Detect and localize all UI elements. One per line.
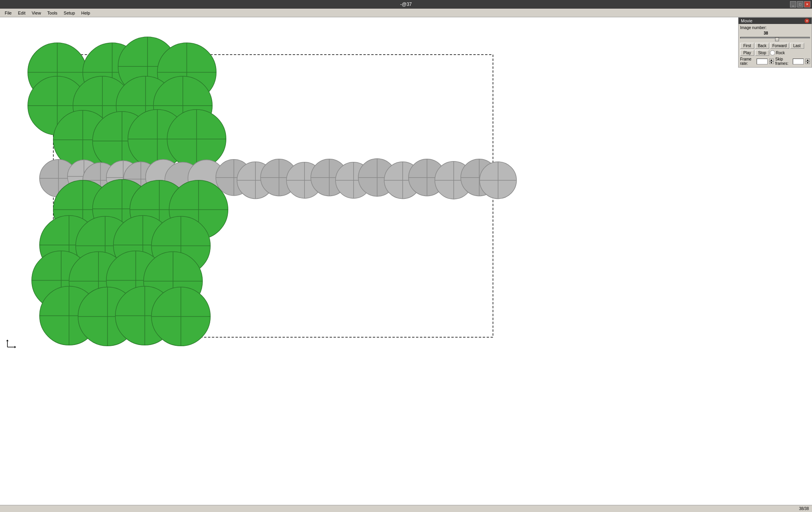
menu-tools[interactable]: Tools [44,10,60,16]
title: -@37 [400,2,412,7]
last-button[interactable]: Last [790,43,804,49]
green-circle [28,37,226,171]
menu-view[interactable]: View [29,10,44,16]
menubar: File Edit View Tools Setup Help [0,9,812,17]
minimize-button[interactable]: _ [790,1,796,7]
frame-slider[interactable] [740,37,810,42]
close-button[interactable]: ✕ [804,1,810,7]
titlebar: -@37 _ □ ✕ [0,0,812,9]
image-number-value-row: 38 [740,31,810,35]
simulation-canvas [0,17,812,512]
movie-panel-body: Image number: 38 First Back Forward Last… [739,24,812,67]
menu-help[interactable]: Help [78,10,93,16]
frame-rate-input[interactable]: 7.5 [757,59,768,64]
svg-marker-141 [15,346,16,348]
stop-button[interactable]: Stop [755,50,769,56]
movie-panel-titlebar: Movie ✕ [739,18,812,24]
menu-edit[interactable]: Edit [15,10,29,16]
statusbar-right: 38/38 [799,506,809,511]
green-circles-bottom [32,180,228,346]
main-area: 38/38 Movie ✕ Image number: 38 First [0,17,812,512]
frame-rate-row: Frame rate: 7.5 ▲ ▼ Skip frames: 0 ▲ ▼ [740,57,810,66]
rock-radio[interactable] [770,50,775,55]
rock-radio-label[interactable]: Rock [770,50,785,55]
frame-rate-up[interactable]: ▲ [769,59,774,61]
image-number-row: Image number: [740,26,810,30]
image-number-label: Image number: [740,26,766,30]
forward-button[interactable]: Forward [770,43,789,49]
movie-panel: Movie ✕ Image number: 38 First Back Forw… [738,17,812,68]
axes-icon [6,339,16,348]
nav-buttons-row: First Back Forward Last [740,43,810,49]
rock-label: Rock [776,51,785,55]
play-stop-row: Play Stop Rock [740,50,810,56]
statusbar: 38/38 [0,505,812,512]
skip-frames-label: Skip frames: [775,57,791,66]
svg-marker-142 [6,339,9,341]
canvas-area: 38/38 [0,17,812,512]
skip-frames-down[interactable]: ▼ [805,61,810,64]
menu-setup[interactable]: Setup [60,10,78,16]
skip-frames-up[interactable]: ▲ [805,59,810,61]
image-number-value: 38 [740,31,768,35]
back-button[interactable]: Back [755,43,769,49]
frame-rate-spinner: ▲ ▼ [769,59,774,64]
frame-rate-label: Frame rate: [740,57,755,66]
movie-panel-close-button[interactable]: ✕ [805,18,809,23]
skip-frames-input[interactable]: 0 [793,59,804,64]
play-button[interactable]: Play [740,50,754,56]
maximize-button[interactable]: □ [797,1,803,7]
movie-panel-title-text: Movie [741,18,752,23]
frame-rate-down[interactable]: ▼ [769,61,774,64]
first-button[interactable]: First [740,43,754,49]
skip-frames-spinner: ▲ ▼ [805,59,810,64]
menu-file[interactable]: File [2,10,15,16]
window-controls: _ □ ✕ [790,0,810,9]
